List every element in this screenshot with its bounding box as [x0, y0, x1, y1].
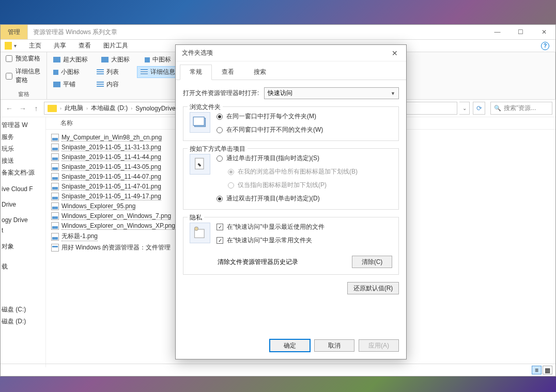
open-explorer-select[interactable]: 快速访问 ▼ — [264, 87, 399, 99]
layout-tiles[interactable]: 平铺 — [50, 79, 86, 90]
ok-button[interactable]: 确定 — [270, 339, 310, 352]
svg-rect-1 — [193, 117, 204, 126]
browse-folders-icon — [190, 112, 210, 133]
folder-icon — [48, 105, 57, 112]
sidebar-item[interactable]: 玩乐 — [1, 143, 45, 155]
address-dropdown[interactable]: ⌄ — [459, 102, 470, 115]
search-input[interactable]: 🔍 搜索"资源... — [490, 102, 552, 115]
click-legend: 按如下方式单击项目 — [188, 145, 248, 153]
back-button[interactable]: ← — [4, 103, 15, 114]
sidebar-item[interactable]: ive Cloud F — [1, 184, 45, 194]
layout-list[interactable]: 列表 — [94, 66, 130, 78]
preview-pane-toggle[interactable]: 预览窗格 — [1, 52, 47, 65]
click-items-fieldset: 按如下方式单击项目 通过单击打开项目(指向时选定)(S) 在我的浏览器中给所有图… — [183, 148, 399, 210]
titlebar: 管理 资源管理器 Windows 系列文章 — ☐ ✕ — [1, 25, 555, 40]
panes-group-label: 窗格 — [1, 89, 47, 99]
folder-options-dialog: 文件夹选项 ✕ 常规 查看 搜索 打开文件资源管理器时打开: 快速访问 ▼ 浏览… — [175, 44, 407, 359]
dialog-footer: 确定 取消 应用(A) — [270, 339, 399, 352]
dialog-close-button[interactable]: ✕ — [390, 49, 400, 57]
dialog-titlebar: 文件夹选项 ✕ — [176, 45, 406, 61]
image-file-icon — [51, 163, 59, 171]
image-file-icon — [51, 173, 59, 181]
clear-button[interactable]: 清除(C) — [352, 256, 392, 268]
window-title: 资源管理器 Windows 系列文章 — [28, 28, 117, 37]
bc-this-pc[interactable]: 此电脑 — [65, 104, 83, 113]
layout-small[interactable]: 小图标 — [50, 66, 86, 78]
details-pane-toggle[interactable]: 详细信息窗格 — [1, 65, 47, 87]
sidebar-item[interactable]: 对象 — [1, 241, 45, 253]
view-large-icon[interactable]: ▦ — [543, 366, 552, 374]
layout-details[interactable]: 详细信息 — [137, 66, 179, 78]
browse-folders-fieldset: 浏览文件夹 在同一窗口中打开每个文件夹(M) 在不同窗口中打开不同的文件夹(W) — [183, 106, 399, 141]
sidebar-item[interactable]: 管理器 W — [1, 119, 45, 131]
close-button[interactable]: ✕ — [532, 25, 555, 40]
sidebar-item[interactable]: 磁盘 (C:) — [1, 304, 45, 316]
tab-view[interactable]: 查看 — [72, 39, 97, 52]
dialog-body: 打开文件资源管理器时打开: 快速访问 ▼ 浏览文件夹 在同一窗口中打开每个文件夹… — [176, 80, 406, 300]
open-explorer-label: 打开文件资源管理器时打开: — [183, 89, 259, 98]
sidebar-item[interactable]: 磁盘 (D:) — [1, 316, 45, 327]
layout-extra-large[interactable]: 超大图标 — [50, 54, 91, 65]
clear-history-label: 清除文件资源管理器历史记录 — [218, 258, 298, 266]
forward-button[interactable]: → — [17, 103, 28, 114]
check-recent-files[interactable]: ✓在"快速访问"中显示最近使用的文件 — [217, 223, 392, 231]
tab-home[interactable]: 主页 — [23, 39, 48, 52]
sidebar-item[interactable]: ogy Drive — [1, 215, 45, 225]
layout-content[interactable]: 内容 — [94, 79, 130, 90]
image-file-icon — [51, 202, 59, 210]
dialog-tabs: 常规 查看 搜索 — [176, 61, 406, 80]
image-file-icon — [51, 212, 59, 220]
statusbar: ≡ ▦ — [1, 364, 555, 376]
radio-single-click[interactable]: 通过单击打开项目(指向时选定)(S) — [217, 154, 392, 163]
image-file-icon — [51, 183, 59, 191]
sidebar-item[interactable]: 载 — [1, 261, 45, 273]
radio-new-window[interactable]: 在不同窗口中打开不同的文件夹(W) — [217, 126, 392, 134]
radio-underline-point: 仅当指向图标标题时加下划线(P) — [217, 181, 392, 190]
radio-underline-all: 在我的浏览器中给所有图标标题加下划线(B) — [217, 167, 392, 176]
check-frequent-folders[interactable]: ✓在"快速访问"中显示常用文件夹 — [217, 236, 392, 245]
sidebar-item[interactable]: Drive — [1, 199, 45, 210]
sidebar-item[interactable]: 接送 — [1, 155, 45, 167]
view-details-icon[interactable]: ≡ — [532, 366, 542, 374]
image-file-icon — [51, 222, 59, 230]
privacy-icon — [190, 223, 210, 243]
tab-share[interactable]: 共享 — [48, 39, 72, 52]
privacy-fieldset: 隐私 ✓在"快速访问"中显示最近使用的文件 ✓在"快速访问"中显示常用文件夹 清… — [183, 217, 399, 275]
privacy-legend: 隐私 — [188, 213, 204, 222]
sidebar-item[interactable]: t — [1, 225, 45, 236]
tab-picture-tools[interactable]: 图片工具 — [97, 39, 134, 52]
tab-search[interactable]: 搜索 — [244, 65, 276, 80]
restore-defaults-button[interactable]: 还原默认值(R) — [347, 282, 399, 294]
doc-file-icon — [51, 244, 59, 252]
search-icon: 🔍 — [494, 105, 501, 112]
apply-button[interactable]: 应用(A) — [359, 339, 399, 352]
image-file-icon — [51, 233, 59, 241]
layout-medium[interactable]: 中图标 — [142, 54, 178, 65]
chevron-down-icon: ▼ — [391, 91, 395, 96]
radio-double-click[interactable]: 通过双击打开项目(单击时选定)(D) — [217, 194, 392, 203]
image-file-icon — [51, 144, 59, 151]
tab-general[interactable]: 常规 — [180, 65, 212, 80]
bc-folder[interactable]: SynologyDrive — [135, 105, 175, 112]
dialog-title: 文件夹选项 — [182, 49, 213, 57]
sidebar-item[interactable]: 服务 — [1, 131, 45, 143]
refresh-button[interactable]: ⟳ — [473, 102, 485, 115]
sidebar: 管理器 W 服务 玩乐 接送 备案文档-源 ive Cloud F Drive … — [1, 117, 46, 367]
maximize-button[interactable]: ☐ — [509, 25, 532, 40]
radio-same-window[interactable]: 在同一窗口中打开每个文件夹(M) — [217, 112, 392, 121]
up-button[interactable]: ↑ — [30, 103, 42, 114]
bc-drive[interactable]: 本地磁盘 (D:) — [91, 104, 128, 113]
file-menu-icon[interactable] — [5, 42, 12, 50]
help-icon[interactable]: ? — [541, 42, 549, 50]
cancel-button[interactable]: 取消 — [314, 339, 354, 352]
layout-large[interactable]: 大图标 — [98, 54, 134, 65]
image-file-icon — [51, 193, 59, 200]
file-menu-arrow[interactable]: ▾ — [14, 43, 17, 49]
svg-point-4 — [195, 227, 198, 230]
minimize-button[interactable]: — — [486, 25, 509, 40]
sidebar-item[interactable]: 备案文档-源 — [1, 167, 45, 179]
manage-tab[interactable]: 管理 — [1, 25, 28, 39]
browse-legend: 浏览文件夹 — [188, 103, 223, 112]
tab-view[interactable]: 查看 — [212, 65, 244, 80]
image-file-icon — [51, 153, 59, 161]
